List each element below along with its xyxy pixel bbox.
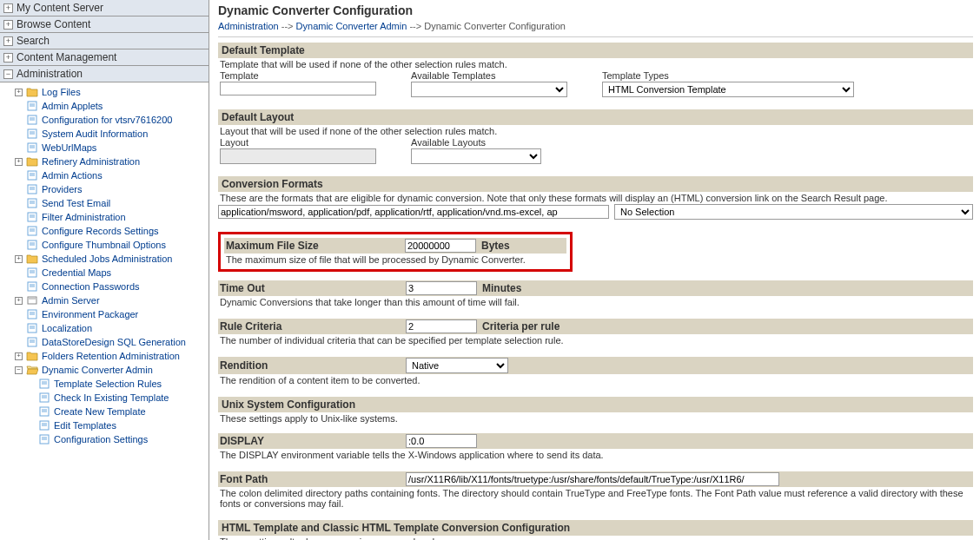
rule-criteria-label: Rule Criteria [220,320,406,333]
nav-env-packager[interactable]: Environment Packager [14,307,209,321]
section-default-layout: Default Layout Layout that will be used … [218,109,973,164]
conversion-formats-select[interactable]: No Selection [614,204,973,220]
nav-send-test-email[interactable]: Send Test Email [14,196,209,210]
page-icon [26,212,38,222]
nav-config-settings[interactable]: Configuration Settings [26,432,209,446]
page-icon [38,392,50,403]
default-layout-desc: Layout that will be used if none of the … [218,125,973,137]
section-my-content-server[interactable]: + My Content Server [0,0,209,16]
time-out-input[interactable] [406,281,477,295]
default-template-title: Default Template [218,43,973,58]
font-path-desc: The colon delimited directory paths cont… [218,487,973,510]
svg-rect-37 [29,298,36,300]
section-content-management[interactable]: + Content Management [0,49,209,66]
max-file-size-unit: Bytes [481,240,510,252]
rendition-desc: The rendition of a content item to be co… [218,374,973,386]
nav-check-in-existing[interactable]: Check In Existing Template [26,391,209,405]
rule-criteria-unit: Criteria per rule [482,320,560,333]
highlight-box: Maximum File Size Bytes The maximum size… [218,232,573,272]
available-templates-select[interactable] [411,82,567,97]
time-out-desc: Dynamic Conversions that take longer tha… [218,296,973,308]
rendition-label: Rendition [220,359,406,372]
page-icon [26,184,38,194]
page-icon [26,142,38,153]
expander-icon[interactable]: − [3,69,13,79]
html-template-desc: These settings alter how conversions are… [218,536,973,540]
rule-criteria-input[interactable] [406,319,477,333]
folder-open-icon [26,365,38,375]
conversion-formats-input[interactable] [218,205,609,219]
time-out-unit: Minutes [482,282,521,294]
nav-config-thumbnail[interactable]: Configure Thumbnail Options [14,238,209,252]
nav-config-records[interactable]: Configure Records Settings [14,224,209,238]
expander-icon[interactable]: + [3,3,13,13]
bc-current: Dynamic Converter Configuration [424,21,566,31]
nav-scheduled-jobs[interactable]: + Scheduled Jobs Administration [14,252,209,266]
nav-weburlmaps[interactable]: WebUrlMaps [14,141,209,155]
nav-credential-maps[interactable]: Credential Maps [14,266,209,280]
section-default-template: Default Template Template that will be u… [218,43,973,97]
nav-localization[interactable]: Localization [14,321,209,335]
bc-administration[interactable]: Administration [218,21,279,31]
folder-closed-icon [26,351,38,361]
page-icon [26,128,38,139]
nav-admin-actions[interactable]: Admin Actions [14,168,209,182]
display-desc: The DISPLAY environment variable tells t… [218,449,973,461]
nav-providers[interactable]: Providers [14,182,209,196]
section-search[interactable]: + Search [0,33,209,49]
nav-log-files[interactable]: + Log Files [14,85,209,99]
page-icon [38,379,50,389]
max-file-size-input[interactable] [405,239,476,253]
available-templates-label: Available Templates [411,70,567,81]
template-input[interactable] [220,82,376,95]
sidebar-tree: + My Content Server + Browse Content + S… [0,0,209,540]
template-types-select[interactable]: HTML Conversion Template [602,82,854,97]
nav-admin-applets[interactable]: Admin Applets [14,99,209,113]
page-icon [26,198,38,208]
nav-template-selection-rules[interactable]: Template Selection Rules [26,377,209,391]
layout-label: Layout [220,137,376,148]
conversion-formats-desc: These are the formats that are eligible … [218,192,973,204]
section-font-path: Font Path The colon delimited directory … [218,471,973,510]
display-input[interactable] [406,434,477,448]
nav-connection-passwords[interactable]: Connection Passwords [14,280,209,293]
expander-icon[interactable]: + [3,36,13,46]
nav-refinery-admin[interactable]: + Refinery Administration [14,155,209,168]
page-icon [26,281,38,292]
nav-config-for[interactable]: Configuration for vtsrv7616200 [14,113,209,127]
font-path-input[interactable] [406,472,779,486]
nav-filter-admin[interactable]: Filter Administration [14,210,209,224]
page-icon [38,434,50,445]
nav-admin-server[interactable]: + Admin Server [14,293,209,307]
expander-icon[interactable]: + [3,53,13,63]
unix-desc: These settings apply to Unix-like system… [218,412,973,425]
available-layouts-select[interactable] [411,148,541,164]
section-rendition: Rendition Native The rendition of a cont… [218,357,973,386]
nav-dynamic-converter-admin[interactable]: − Dynamic Converter Admin [14,363,209,377]
page-icon [26,323,38,333]
section-conversion-formats: Conversion Formats These are the formats… [218,176,973,220]
page-icon [26,309,38,319]
section-administration[interactable]: − Administration [0,66,209,82]
nav-folders-retention[interactable]: + Folders Retention Administration [14,349,209,363]
display-label: DISPLAY [220,435,406,447]
max-file-size-label: Maximum File Size [226,240,405,252]
section-html-template: HTML Template and Classic HTML Template … [218,520,973,540]
bc-dynamic-converter-admin[interactable]: Dynamic Converter Admin [296,21,407,31]
time-out-label: Time Out [220,282,406,294]
page-title: Dynamic Converter Configuration [218,3,973,17]
rendition-select[interactable]: Native [406,358,508,373]
section-browse-content[interactable]: + Browse Content [0,16,209,33]
page-icon [38,406,50,417]
nav-create-new-template[interactable]: Create New Template [26,405,209,418]
nav-system-audit[interactable]: System Audit Information [14,127,209,141]
page-icon [26,170,38,181]
nav-edit-templates[interactable]: Edit Templates [26,418,209,432]
page-icon [26,115,38,125]
breadcrumb: Administration --> Dynamic Converter Adm… [218,21,973,37]
folder-closed-icon [26,156,38,167]
conversion-formats-title: Conversion Formats [218,176,973,192]
nav-datastoredesign[interactable]: DataStoreDesign SQL Generation [14,335,209,349]
folder-closed-icon [26,87,38,97]
expander-icon[interactable]: + [3,20,13,30]
